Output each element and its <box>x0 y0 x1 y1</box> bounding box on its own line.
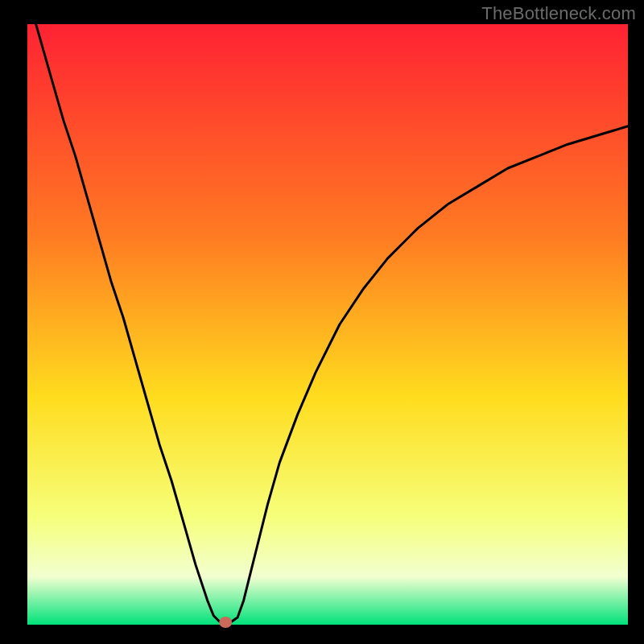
plot-background <box>27 24 628 625</box>
attribution-text: TheBottleneck.com <box>481 3 636 24</box>
chart-frame: { "attribution": "TheBottleneck.com", "c… <box>0 0 644 644</box>
optimum-marker <box>219 617 232 628</box>
bottleneck-chart <box>0 0 644 644</box>
